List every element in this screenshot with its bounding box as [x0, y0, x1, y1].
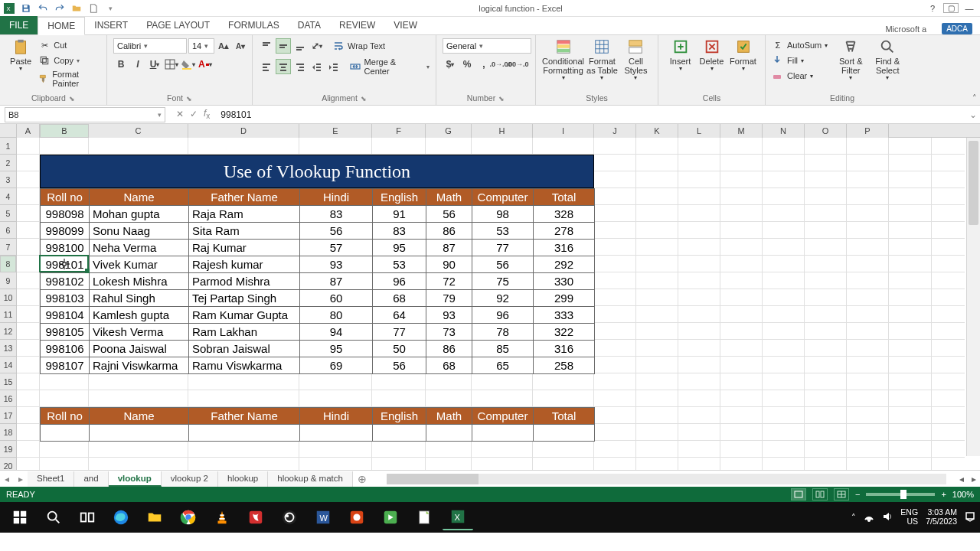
table-cell[interactable]: 78 — [472, 324, 534, 341]
horizontal-scroll-thumb[interactable] — [387, 474, 479, 484]
obs-icon[interactable] — [274, 504, 305, 530]
table-cell[interactable]: 86 — [426, 341, 472, 357]
column-header[interactable]: A — [17, 124, 40, 138]
minimize-icon[interactable]: — — [962, 4, 977, 13]
table-cell[interactable]: 72 — [426, 273, 472, 290]
undo-icon[interactable] — [37, 2, 49, 15]
lookup-cell[interactable] — [373, 425, 426, 442]
format-as-table-button[interactable]: Format as Table▾ — [584, 38, 620, 82]
table-cell[interactable]: 64 — [373, 307, 426, 324]
open-folder-icon[interactable] — [70, 2, 83, 15]
edge-browser-icon[interactable] — [106, 504, 136, 530]
table-cell[interactable]: 95 — [373, 240, 426, 256]
orientation-icon[interactable]: ⤢▾ — [309, 38, 325, 54]
increase-font-icon[interactable]: A▴ — [216, 38, 231, 54]
align-center-icon[interactable] — [276, 59, 291, 74]
number-launcher-icon[interactable]: ⬊ — [498, 95, 505, 103]
teamviewer-icon[interactable] — [341, 504, 372, 530]
ribbon-tab-insert[interactable]: INSERT — [85, 16, 137, 34]
table-cell[interactable]: Mohan gupta — [90, 206, 189, 223]
number-format-select[interactable]: General▾ — [443, 38, 531, 54]
alignment-launcher-icon[interactable]: ⬊ — [361, 95, 367, 103]
lookup-cell[interactable] — [189, 425, 300, 442]
column-header[interactable]: C — [89, 124, 188, 138]
table-cell[interactable]: 91 — [373, 206, 426, 223]
align-left-icon[interactable] — [259, 59, 274, 74]
table-header-cell[interactable]: Math — [426, 189, 472, 206]
decrease-indent-icon[interactable] — [309, 59, 325, 74]
currency-icon[interactable]: $▾ — [443, 57, 458, 72]
align-right-icon[interactable] — [292, 59, 308, 74]
table-cell[interactable]: 50 — [373, 341, 426, 357]
lookup-header-cell[interactable]: Name — [90, 408, 189, 425]
lookup-header-cell[interactable]: Total — [534, 408, 595, 425]
delete-cells-button[interactable]: Delete▾ — [696, 38, 727, 73]
vertical-scroll-thumb[interactable] — [969, 141, 978, 225]
table-cell[interactable]: 96 — [472, 307, 534, 324]
sheet-tab[interactable]: hlookup — [218, 471, 268, 487]
column-header[interactable]: O — [805, 124, 847, 138]
cell-styles-button[interactable]: Cell Styles▾ — [620, 38, 652, 82]
zoom-slider[interactable] — [866, 493, 935, 496]
redo-icon[interactable] — [54, 2, 66, 15]
table-header-cell[interactable]: Total — [534, 189, 595, 206]
row-header[interactable]: 2 — [0, 155, 16, 171]
lookup-header-cell[interactable]: Roll no — [41, 408, 90, 425]
align-top-icon[interactable] — [259, 38, 274, 54]
table-cell[interactable]: 83 — [300, 206, 373, 223]
column-header[interactable]: I — [533, 124, 594, 138]
language-indicator[interactable]: ENGUS — [900, 508, 918, 526]
row-header[interactable]: 13 — [0, 340, 16, 357]
table-cell[interactable]: 86 — [426, 223, 472, 240]
table-cell[interactable]: 53 — [373, 256, 426, 273]
task-view-icon[interactable] — [72, 504, 103, 530]
qat-customize-icon[interactable]: ▾ — [104, 2, 116, 15]
clipboard-launcher-icon[interactable]: ⬊ — [69, 95, 75, 103]
zoom-out-icon[interactable]: − — [855, 490, 860, 499]
sheet-tab[interactable]: and — [74, 471, 108, 487]
table-cell[interactable]: 60 — [300, 290, 373, 307]
cancel-formula-icon[interactable]: ✕ — [176, 109, 184, 119]
table-cell[interactable]: Vikesh Verma — [90, 324, 189, 341]
table-header-cell[interactable]: Name — [90, 189, 189, 206]
libreoffice-icon[interactable] — [409, 504, 439, 530]
table-cell[interactable]: Tej Partap Singh — [189, 290, 300, 307]
row-header[interactable]: 20 — [0, 458, 16, 470]
normal-view-icon[interactable] — [791, 488, 806, 500]
ribbon-tab-data[interactable]: DATA — [289, 16, 330, 34]
acrobat-icon[interactable] — [240, 504, 271, 530]
table-cell[interactable]: Rajesh kumar — [189, 256, 300, 273]
table-cell[interactable]: 56 — [426, 206, 472, 223]
find-select-button[interactable]: Find & Select▾ — [869, 38, 906, 82]
zoom-in-icon[interactable]: + — [941, 490, 946, 499]
table-header-cell[interactable]: Roll no — [41, 189, 90, 206]
underline-button[interactable]: U▾ — [147, 57, 162, 72]
ribbon-tab-review[interactable]: REVIEW — [330, 16, 384, 34]
copy-button[interactable]: Copy▾ — [38, 54, 100, 67]
account-hint[interactable]: Microsoft a — [885, 24, 926, 34]
table-cell[interactable]: Vivek Kumar — [90, 256, 189, 273]
table-cell[interactable]: Neha Verma — [90, 240, 189, 256]
table-cell[interactable]: Sobran Jaiswal — [189, 341, 300, 357]
align-bottom-icon[interactable] — [292, 38, 308, 54]
select-all-corner[interactable] — [0, 124, 17, 138]
file-tab[interactable]: FILE — [0, 16, 38, 34]
lookup-header-cell[interactable]: Hindi — [300, 408, 373, 425]
lookup-header-cell[interactable]: English — [373, 408, 426, 425]
sheet-tab[interactable]: vlookup 2 — [162, 471, 218, 487]
zoom-level[interactable]: 100% — [952, 490, 974, 499]
table-cell[interactable]: 998105 — [41, 324, 90, 341]
clock[interactable]: 3:03 AM7/5/2023 — [926, 508, 957, 526]
lookup-header-cell[interactable]: Father Name — [189, 408, 300, 425]
table-cell[interactable]: 65 — [472, 357, 534, 374]
font-size-select[interactable]: 14▾ — [188, 38, 214, 54]
table-cell[interactable]: 316 — [534, 240, 595, 256]
table-cell[interactable]: 53 — [472, 223, 534, 240]
table-cell[interactable]: 278 — [534, 223, 595, 240]
align-middle-icon[interactable] — [276, 38, 291, 54]
row-header[interactable]: 17 — [0, 407, 16, 424]
row-header[interactable]: 5 — [0, 205, 16, 222]
merge-center-button[interactable]: Merge & Center▾ — [349, 57, 430, 76]
table-cell[interactable]: 56 — [373, 357, 426, 374]
word-icon[interactable]: W — [308, 504, 338, 530]
